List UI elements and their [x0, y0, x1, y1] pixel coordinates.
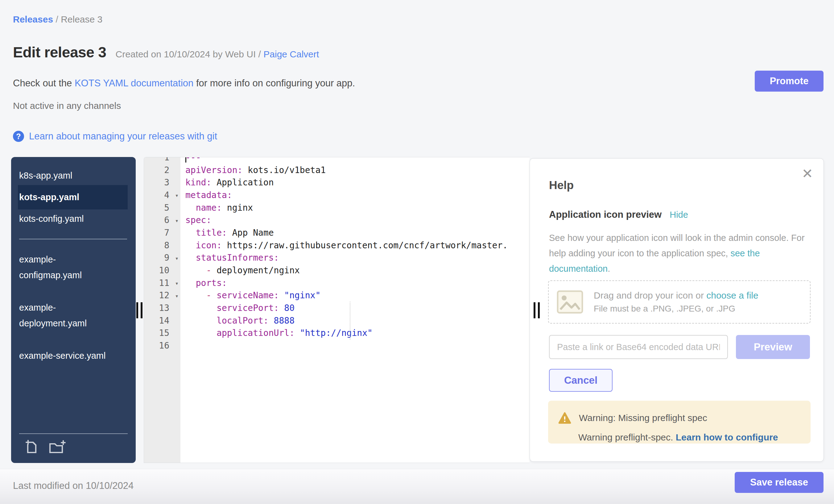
editor-line[interactable]: 3kind: Application — [144, 176, 530, 189]
dropzone-text: Drag and drop your icon or choose a file — [594, 290, 759, 301]
save-release-button[interactable]: Save release — [735, 472, 824, 493]
file-list-primary: k8s-app.yamlkots-app.yamlkots-config.yam… — [11, 166, 136, 228]
line-number: 2 — [144, 165, 180, 175]
fold-arrow-icon[interactable]: ▾ — [175, 292, 179, 299]
file-type-hint: File must be a .PNG, .JPEG, or .JPG — [594, 304, 759, 314]
created-info: Created on 10/10/2024 by Web UI / Paige … — [116, 49, 319, 60]
breadcrumb-separator: / — [53, 14, 61, 24]
kots-yaml-docs-link[interactable]: KOTS YAML documentation — [75, 78, 193, 89]
release-editor-page: Releases / Release 3 Edit release 3 Crea… — [0, 0, 834, 504]
editor-line[interactable]: 5 name: nginx — [144, 201, 530, 214]
promote-button[interactable]: Promote — [755, 71, 824, 92]
breadcrumb: Releases / Release 3 — [13, 14, 103, 25]
new-folder-icon[interactable] — [48, 439, 66, 455]
fold-arrow-icon[interactable]: ▾ — [175, 217, 179, 224]
git-releases-link[interactable]: Learn about managing your releases with … — [29, 131, 217, 142]
editor-line[interactable]: 12▾ - serviceName: "nginx" — [144, 289, 530, 302]
help-title: Help — [549, 179, 574, 192]
line-number: 7 — [144, 228, 180, 238]
editor-line[interactable]: 10 - deployment/nginx — [144, 264, 530, 277]
line-number: 8 — [144, 240, 180, 250]
file-item-k8s-app.yaml[interactable]: k8s-app.yaml — [18, 166, 128, 185]
warning-banner: Warning: Missing preflight spec Warning … — [548, 401, 811, 443]
editor-line[interactable]: 6▾spec: — [144, 214, 530, 226]
line-number: 13 — [144, 303, 180, 313]
editor-line[interactable]: 13 servicePort: 80 — [144, 302, 530, 314]
warning-text-pre: Warning preflight-spec. — [578, 432, 676, 442]
icon-preview-title: Application icon preview — [549, 209, 662, 220]
cancel-button[interactable]: Cancel — [549, 369, 613, 392]
line-number: 12▾ — [144, 290, 180, 301]
dropzone-text-pre: Drag and drop your icon or — [594, 290, 706, 301]
image-placeholder-icon — [557, 290, 583, 314]
fold-arrow-icon[interactable]: ▾ — [175, 280, 179, 287]
editor-line[interactable]: 11▾ ports: — [144, 277, 530, 289]
last-modified: Last modified on 10/10/2024 — [13, 480, 134, 491]
fold-arrow-icon[interactable]: ▾ — [175, 255, 179, 262]
hide-link[interactable]: Hide — [670, 210, 688, 220]
file-item-example-configmap.yaml[interactable]: example-configmap.yaml — [18, 247, 116, 287]
indent-guide — [350, 302, 350, 339]
footer: Last modified on 10/10/2024 Save release — [0, 469, 834, 504]
editor-line[interactable]: 1--- — [144, 157, 530, 164]
tree-footer — [19, 433, 128, 458]
file-item-kots-config.yaml[interactable]: kots-config.yaml — [18, 210, 128, 228]
tree-divider — [19, 239, 127, 239]
line-number: 11▾ — [144, 278, 180, 288]
warning-title: Warning: Missing preflight spec — [579, 413, 707, 423]
docs-line-post: for more info on configuring your app. — [193, 78, 355, 89]
editor-line[interactable]: 4▾metadata: — [144, 189, 530, 201]
editor-line[interactable]: 9▾ statusInformers: — [144, 252, 530, 264]
line-number: 14 — [144, 315, 180, 326]
file-tree: k8s-app.yamlkots-app.yamlkots-config.yam… — [11, 157, 136, 463]
file-item-kots-app.yaml[interactable]: kots-app.yaml — [18, 185, 128, 210]
line-number: 6▾ — [144, 215, 180, 225]
description-suffix: . — [608, 264, 610, 273]
help-resize-handle[interactable] — [533, 302, 541, 318]
line-number: 10 — [144, 265, 180, 276]
page-title: Edit release 3 — [13, 44, 106, 61]
docs-line: Check out the KOTS YAML documentation fo… — [13, 78, 355, 89]
choose-file-link[interactable]: choose a file — [706, 290, 758, 301]
file-item-example-service.yaml[interactable]: example-service.yaml — [18, 344, 116, 368]
yaml-editor[interactable]: 1---2apiVersion: kots.io/v1beta13kind: A… — [144, 157, 530, 463]
fold-arrow-icon[interactable]: ▾ — [175, 192, 179, 199]
line-number: 4▾ — [144, 190, 180, 200]
editor-line[interactable]: 15 applicationUrl: "http://nginx" — [144, 327, 530, 339]
editor-line[interactable]: 16 — [144, 339, 530, 352]
warning-text: Warning preflight-spec. Learn how to con… — [578, 432, 801, 443]
description-text: See how your application icon will look … — [549, 233, 805, 258]
learn-configure-link[interactable]: Learn how to configure — [676, 432, 778, 442]
warning-icon — [558, 412, 572, 424]
docs-line-pre: Check out the — [13, 78, 75, 89]
editor-line[interactable]: 8 icon: https://raw.githubusercontent.co… — [144, 239, 530, 252]
line-number: 1 — [144, 157, 180, 162]
breadcrumb-current: Release 3 — [61, 14, 103, 24]
icon-preview-description: See how your application icon will look … — [549, 230, 814, 276]
line-number: 9▾ — [144, 253, 180, 263]
icon-url-input[interactable] — [549, 335, 728, 359]
help-circle-icon[interactable]: ? — [13, 131, 24, 142]
icon-dropzone[interactable]: Drag and drop your icon or choose a file… — [548, 280, 811, 324]
editor-line[interactable]: 7 title: App Name — [144, 226, 530, 239]
author-link[interactable]: Paige Calvert — [263, 49, 319, 59]
preview-button[interactable]: Preview — [736, 335, 810, 359]
line-number: 15 — [144, 328, 180, 338]
channels-status: Not active in any channels — [13, 101, 121, 111]
editor-line[interactable]: 14 localPort: 8888 — [144, 314, 530, 327]
new-file-icon[interactable] — [25, 439, 41, 455]
help-close-icon[interactable]: ✕ — [800, 167, 815, 181]
file-item-example-deployment.yaml[interactable]: example-deployment.yaml — [18, 295, 116, 335]
file-list-examples: example-configmap.yamlexample-deployment… — [11, 247, 136, 368]
line-number: 16 — [144, 341, 180, 351]
editor-line[interactable]: 2apiVersion: kots.io/v1beta1 — [144, 164, 530, 176]
help-panel: ✕ Help Application icon preview Hide See… — [530, 158, 824, 462]
created-text: Created on 10/10/2024 by Web UI / — [116, 49, 264, 59]
breadcrumb-link-releases[interactable]: Releases — [13, 14, 53, 24]
editor-resize-handle[interactable] — [136, 302, 144, 318]
line-number: 5 — [144, 203, 180, 213]
line-number: 3 — [144, 177, 180, 188]
